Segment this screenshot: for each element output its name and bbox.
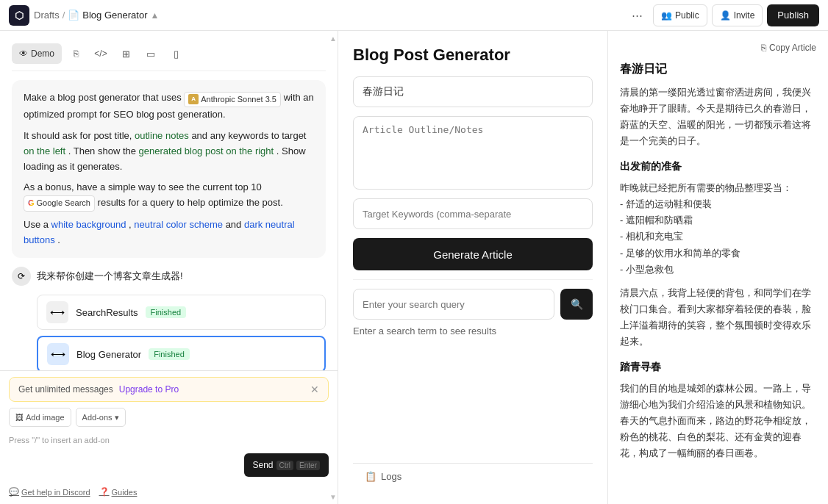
code-icon-btn[interactable]: </> [90,43,112,65]
search-icon: 🔍 [571,298,583,310]
bubble-text-2b: and any keywords to target [191,130,306,141]
article-panel: ⎘ Copy Article 春游日记 清晨的第一缕阳光透过窗帘洒进房间，我便兴… [607,31,828,504]
article-section-2: 踏青寻春 [620,359,816,376]
copy-label: Copy Article [769,43,816,53]
more-options-button[interactable]: ⋯ [627,4,649,26]
mobile-icon-btn[interactable]: ▯ [165,43,187,65]
bubble-text-3b: results for a query to help optimize the… [98,197,283,208]
logs-bar: 📋 Logs [353,463,593,489]
title-input[interactable] [353,76,593,107]
upgrade-close-button[interactable]: ✕ [310,384,319,395]
agent-message: ⟳ 我来帮你创建一个博客文章生成器! [12,267,326,286]
eye-icon: 👁 [19,48,28,59]
google-tag: G Google Search [24,195,95,212]
demo-tab[interactable]: 👁 Demo [12,43,62,64]
agent-text: 我来帮你创建一个博客文章生成器! [37,267,183,283]
bubble-highlight-gen: generated blog post on the right [139,145,274,156]
breadcrumb-sep: / [63,10,65,21]
drafts-label[interactable]: Drafts [34,10,60,21]
search-hint: Enter a search term to see results [353,325,593,336]
upgrade-bar: Get unlimited messages Upgrade to Pro ✕ [9,377,329,402]
send-key2: Enter [296,461,320,470]
copy-icon-btn[interactable]: ⎘ [65,43,87,65]
flow-badge-blog: Finished [149,348,190,360]
invite-icon: 👤 [720,10,731,21]
search-row: 🔍 [353,289,593,320]
guides-label: Guides [112,488,138,497]
publish-button[interactable]: Publish [767,4,819,26]
article-body: 清晨的第一缕阳光透过窗帘洒进房间，我便兴奋地睁开了眼睛。今天是期待已久的春游日，… [620,84,816,461]
input-toolbar: 🖼 Add image Add-ons ▾ [9,408,329,427]
outline-textarea[interactable] [353,116,593,190]
discord-label: Get help in Discord [21,488,90,497]
breadcrumb: Drafts / 📄 Blog Generator ▲ [34,10,159,21]
add-ons-button[interactable]: Add-ons ▾ [76,408,126,427]
public-button[interactable]: 👥 Public [653,4,707,26]
anthropic-icon: A [188,94,199,104]
bubble-text-4d: . [57,234,60,245]
main-layout: ▲ 👁 Demo ⎘ </> ⊞ ▭ ▯ Make a blog post ge… [0,31,828,504]
search-hint-text: Enter a search term to see results [353,325,496,336]
add-image-label: Add image [26,413,65,422]
left-bottom: Get unlimited messages Upgrade to Pro ✕ … [0,370,338,504]
google-search-label: Google Search [37,197,90,210]
flow-badge-search: Finished [146,306,187,318]
send-key1: Ctrl [276,461,294,470]
logs-label: Logs [381,471,401,482]
discord-icon: 💬 [9,487,19,497]
copy-icon: ⎘ [761,43,766,53]
flow-icon-blog: ⟷ [47,343,69,365]
search-button[interactable]: 🔍 [560,289,593,320]
article-para-4: 我们的目的地是城郊的森林公园。一路上，导游细心地为我们介绍沿途的风景和植物知识。… [620,381,816,461]
image-icon: 🖼 [15,413,24,422]
invite-label: Invite [734,10,755,21]
flow-icon-search: ⟷ [46,301,68,323]
demo-label: Demo [31,48,54,59]
upgrade-text: Get unlimited messages [18,384,113,395]
add-image-button[interactable]: 🖼 Add image [9,408,71,427]
model-name: Anthropic Sonnet 3.5 [201,93,276,107]
page-name: Blog Generator [82,10,147,21]
upgrade-link[interactable]: Upgrade to Pro [119,384,179,395]
nav-right: ⋯ 👥 Public 👤 Invite Publish [627,4,819,26]
bubble-highlight-left: on the left [24,145,65,156]
article-section-1: 出发前的准备 [620,158,816,176]
bottom-links: 💬 Get help in Discord ❓ Guides [9,483,329,498]
bubble-text-4c: and [226,219,244,230]
article-title: 春游日记 [620,62,816,77]
grid-icon-btn[interactable]: ⊞ [115,43,137,65]
page-icon: 📄 [68,10,79,21]
invite-button[interactable]: 👤 Invite [712,4,763,26]
scroll-up-arrow[interactable]: ▲ [329,31,338,46]
search-input[interactable] [353,289,554,320]
guides-link[interactable]: ❓ Guides [99,487,138,497]
flow-label-blog: Blog Generator [76,349,141,360]
flow-items: ⟷ SearchResults Finished ⟷ Blog Generato… [37,295,326,370]
collapse-icon[interactable]: ▲ [150,10,159,21]
desktop-icon-btn[interactable]: ▭ [140,43,162,65]
discord-link[interactable]: 💬 Get help in Discord [9,487,90,497]
chat-bubble-1: Make a blog post generator that uses A A… [12,80,326,258]
highlight-white: white background [51,219,126,230]
search-section: 🔍 Enter a search term to see results [353,279,593,336]
keywords-input[interactable] [353,198,593,229]
right-panel: Blog Post Generator Generate Article 🔍 E… [338,31,828,504]
model-tag: A Anthropic Sonnet 3.5 [184,92,281,108]
agent-avatar: ⟳ [12,267,31,286]
generate-button[interactable]: Generate Article [353,238,593,270]
bubble-text-4: Use a [24,219,51,230]
public-label: Public [675,10,699,21]
highlight-neutral: neutral color scheme [134,219,223,230]
top-nav: ⬡ Drafts / 📄 Blog Generator ▲ ⋯ 👥 Public… [0,0,828,31]
copy-article-button[interactable]: ⎘ Copy Article [761,43,816,53]
article-header: ⎘ Copy Article [620,43,816,53]
flow-item-blog[interactable]: ⟷ Blog Generator Finished [37,336,326,370]
flow-item-search[interactable]: ⟷ SearchResults Finished [37,295,326,330]
center-panel: Blog Post Generator Generate Article 🔍 E… [338,31,607,504]
scroll-down-arrow[interactable]: ▼ [329,489,338,504]
logs-icon: 📋 [365,471,376,482]
send-button[interactable]: Send Ctrl Enter [244,453,329,477]
bubble-text-3a: As a bonus, have a simple way to see the… [24,181,262,192]
bubble-text-1: Make a blog post generator that uses [24,92,184,103]
article-para-3: 清晨六点，我背上轻便的背包，和同学们在学校门口集合。看到大家都穿着轻便的春装，脸… [620,285,816,350]
